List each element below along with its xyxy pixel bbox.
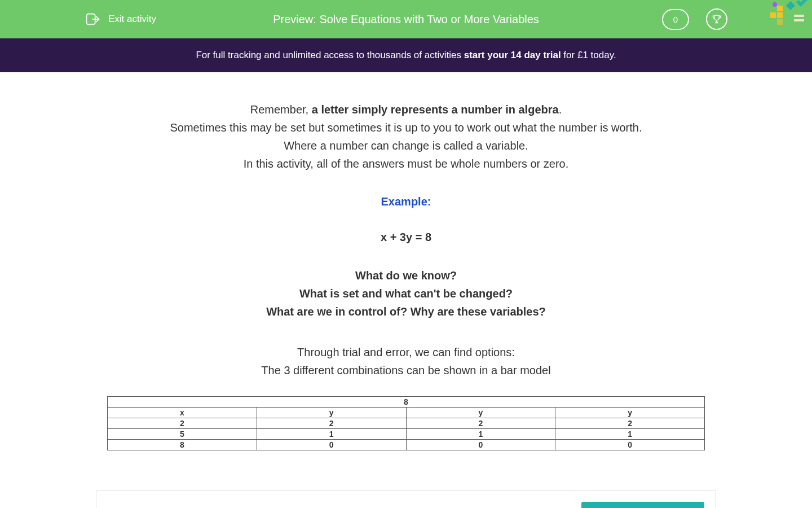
svg-rect-4 (777, 6, 783, 11)
table-cell: 2 (257, 418, 406, 429)
table-cell: 0 (406, 440, 555, 450)
banner-prefix: For full tracking and unlimited access t… (196, 50, 464, 60)
start-button[interactable]: Start (581, 502, 704, 508)
bar-model-table: 8 x y y y 2 2 2 2 5 1 1 1 8 0 0 0 (107, 396, 705, 450)
footer-card: This activity contains 10 questions Star… (96, 490, 716, 508)
score-badge: 0 (662, 9, 689, 30)
trial-text: Through trial and error, we can find opt… (107, 343, 705, 379)
equation: x + 3y = 8 (107, 231, 705, 244)
intro-line4: In this activity, all of the answers mus… (244, 157, 569, 170)
trophy-button[interactable] (706, 8, 727, 30)
banner-suffix: for £1 today. (561, 50, 616, 60)
table-cell: 2 (108, 418, 257, 429)
table-cell: 2 (406, 418, 555, 429)
svg-rect-2 (770, 12, 776, 18)
table-cell: 1 (257, 429, 406, 440)
table-cell: 0 (555, 440, 705, 450)
table-header: y (257, 408, 406, 418)
table-cell: 8 (108, 440, 257, 450)
questions-block: What do we know? What is set and what ca… (107, 266, 705, 321)
exit-activity-button[interactable]: Exit activity (85, 11, 156, 27)
intro-line1-suffix: . (559, 103, 562, 116)
table-header: y (555, 408, 705, 418)
intro-line2: Sometimes this may be set but sometimes … (170, 121, 642, 134)
svg-rect-7 (794, 19, 804, 21)
svg-rect-5 (777, 19, 783, 25)
exit-icon (85, 11, 100, 27)
table-top: 8 (108, 397, 705, 408)
logo-icon (767, 0, 812, 28)
table-cell: 0 (257, 440, 406, 450)
trial-line2: The 3 different combinations can be show… (261, 364, 550, 376)
table-header: x (108, 408, 257, 418)
table-header: y (406, 408, 555, 418)
page-title: Preview: Solve Equations with Two or Mor… (273, 13, 539, 26)
svg-point-1 (773, 2, 777, 7)
content: Remember, a letter simply represents a n… (96, 72, 716, 490)
question-1: What do we know? (355, 269, 457, 282)
example-label: Example: (107, 195, 705, 208)
intro-line3: Where a number can change is called a va… (284, 139, 528, 152)
header-right: 0 (662, 8, 727, 30)
trial-line1: Through trial and error, we can find opt… (297, 346, 515, 358)
table-cell: 1 (406, 429, 555, 440)
table-cell: 1 (555, 429, 705, 440)
header: Exit activity Preview: Solve Equations w… (0, 0, 812, 38)
table-cell: 5 (108, 429, 257, 440)
svg-rect-6 (794, 15, 804, 17)
trial-banner[interactable]: For full tracking and unlimited access t… (0, 38, 812, 72)
question-3: What are we in control of? Why are these… (266, 305, 546, 318)
intro-line1-prefix: Remember, (250, 103, 312, 116)
banner-bold: start your 14 day trial (464, 50, 561, 60)
intro-text: Remember, a letter simply represents a n… (107, 100, 705, 173)
intro-line1-bold: a letter simply represents a number in a… (312, 103, 559, 116)
trophy-icon (711, 14, 722, 25)
table-cell: 2 (555, 418, 705, 429)
question-2: What is set and what can't be changed? (299, 287, 513, 300)
svg-rect-3 (777, 12, 783, 18)
exit-activity-label: Exit activity (108, 14, 156, 25)
